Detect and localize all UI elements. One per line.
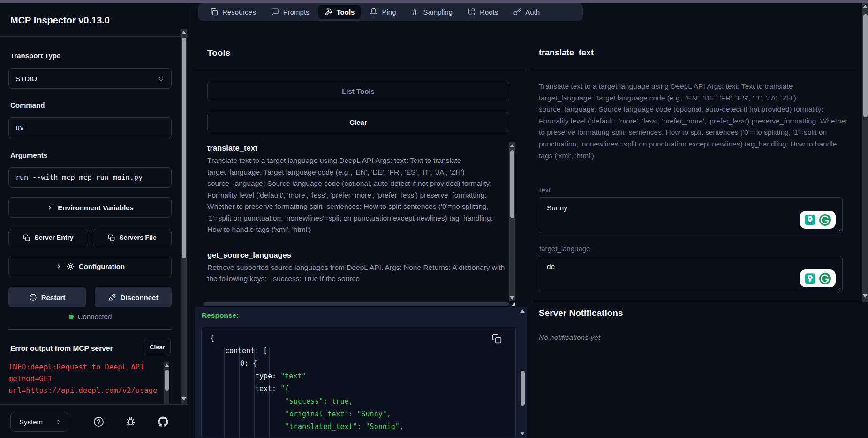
error-line: INFO:deepl:Request to DeepL API <box>8 361 164 373</box>
theme-select[interactable]: System <box>10 412 68 432</box>
tool-detail-title: translate_text <box>539 48 594 58</box>
restart-icon <box>29 293 37 301</box>
grammarly-widget[interactable] <box>800 269 836 287</box>
resize-corner[interactable] <box>511 302 515 306</box>
gear-icon <box>67 262 75 270</box>
tab-sampling[interactable]: Sampling <box>405 5 459 19</box>
hash-icon <box>411 8 419 16</box>
list-item: translate_text Translate text to a targe… <box>207 144 506 236</box>
main-scrollbar-down-arrow[interactable] <box>863 294 868 298</box>
tool-name-get-source-languages[interactable]: get_source_languages <box>207 251 506 260</box>
chevron-right-icon <box>46 204 53 211</box>
lightbulb-icon <box>804 214 816 226</box>
transport-type-label: Transport Type <box>10 52 60 60</box>
sidebar-scrollbar-thumb[interactable] <box>182 38 186 258</box>
sidebar-scrollbar-down-arrow[interactable] <box>181 397 186 400</box>
error-clear-button[interactable]: Clear <box>144 338 171 356</box>
list-item: get_source_languages Retrieve supported … <box>207 251 506 285</box>
notifications-empty-message: No notifications yet <box>539 333 600 342</box>
environment-variables-button[interactable]: Environment Variables <box>8 197 172 218</box>
tab-roots[interactable]: Roots <box>461 5 504 19</box>
tools-clear-button[interactable]: Clear <box>207 112 509 132</box>
chevron-right-icon <box>55 263 62 270</box>
divider <box>531 302 868 302</box>
tab-resources[interactable]: Resources <box>204 5 262 19</box>
divider <box>194 70 526 70</box>
tools-panel-title: Tools <box>207 48 230 58</box>
response-scrollbar-thumb[interactable] <box>521 371 525 406</box>
app-title: MCP Inspector v0.13.0 <box>10 15 110 26</box>
tool-list: translate_text Translate text to a targe… <box>207 144 506 301</box>
arguments-input[interactable]: run --with mcp mcp run main.py <box>8 167 172 188</box>
grammarly-widget[interactable] <box>800 211 836 229</box>
bug-icon[interactable] <box>125 416 136 427</box>
connection-status: Connected <box>0 313 181 321</box>
response-scrollbar-down-arrow[interactable] <box>520 432 525 435</box>
tool-detail-description: Translate text to a target language usin… <box>539 81 848 161</box>
text-field-input[interactable]: Sunny <box>539 197 843 233</box>
target-language-field-input[interactable]: de <box>539 256 843 292</box>
tree-icon <box>468 8 476 16</box>
restart-button[interactable]: Restart <box>8 287 86 307</box>
footer-divider <box>0 404 189 405</box>
help-icon[interactable] <box>93 416 104 427</box>
servers-file-button[interactable]: Servers File <box>93 229 172 246</box>
status-dot <box>69 315 74 319</box>
message-square-icon <box>271 8 279 16</box>
tab-ping[interactable]: Ping <box>363 5 402 19</box>
server-notifications-title: Server Notifications <box>539 308 623 318</box>
lightbulb-icon <box>804 272 816 285</box>
response-json-viewer[interactable]: { content: [ 0: { type: "text" text: "{ … <box>201 327 516 438</box>
mcp-inspector-window: MCP Inspector v0.13.0 Transport Type STD… <box>0 0 868 438</box>
sidebar-divider <box>0 36 189 37</box>
chevrons-up-down-icon <box>158 75 165 82</box>
tool-list-scrollbar-thumb[interactable] <box>510 150 514 218</box>
textarea-resize-handle[interactable] <box>836 285 841 291</box>
json-rows: { content: [ 0: { type: "text" text: "{ … <box>210 332 512 433</box>
tab-prompts[interactable]: Prompts <box>265 5 316 19</box>
copy-response-icon[interactable] <box>491 333 502 344</box>
hammer-icon <box>325 8 332 16</box>
unplug-icon <box>108 293 116 301</box>
files-icon <box>210 8 218 16</box>
tool-list-horizontal-scrollbar[interactable] <box>203 302 509 306</box>
tab-tools[interactable]: Tools <box>318 5 361 19</box>
error-log-scrollbar-thumb[interactable] <box>165 370 169 391</box>
list-tools-button[interactable]: List Tools <box>207 81 509 101</box>
divider <box>8 329 172 330</box>
bell-icon <box>370 8 377 16</box>
copy-icon <box>23 234 30 241</box>
grammarly-icon <box>818 271 832 286</box>
tool-name-translate-text[interactable]: translate_text <box>207 144 506 153</box>
main-scrollbar-thumb[interactable] <box>863 14 868 117</box>
server-entry-button[interactable]: Server Entry <box>8 229 88 246</box>
text-field-label: text <box>539 186 551 194</box>
command-input[interactable]: uv <box>8 117 172 138</box>
configuration-button[interactable]: Configuration <box>8 256 172 277</box>
command-label: Command <box>10 101 45 109</box>
response-label: Response: <box>202 311 239 320</box>
key-icon <box>513 8 521 16</box>
transport-type-select[interactable]: STDIO <box>8 68 172 89</box>
sidebar: MCP Inspector v0.13.0 Transport Type STD… <box>0 3 189 438</box>
tool-description: Translate text to a target language usin… <box>207 155 506 236</box>
target-language-field-label: target_language <box>539 245 590 253</box>
copy-icon <box>108 234 115 241</box>
chevrons-up-down-icon <box>55 419 61 425</box>
github-icon[interactable] <box>158 416 168 427</box>
tab-auth[interactable]: Auth <box>507 5 546 19</box>
error-line: method=GET <box>8 373 164 385</box>
arguments-label: Arguments <box>10 151 47 159</box>
tool-description: Retrieve supported source languages from… <box>207 262 506 285</box>
divider <box>531 70 855 70</box>
disconnect-button[interactable]: Disconnect <box>95 287 172 307</box>
tab-bar: Resources Prompts Tools Ping Sampling <box>198 3 583 21</box>
error-line: url=https://api.deepl.com/v2/usage <box>8 385 164 397</box>
error-output-title: Error output from MCP server <box>10 344 113 353</box>
tool-list-scrollbar-down-arrow[interactable] <box>510 296 514 300</box>
error-output-log[interactable]: INFO:deepl:Request to DeepL API method=G… <box>8 361 164 404</box>
textarea-resize-handle[interactable] <box>836 227 841 232</box>
grammarly-icon <box>818 213 832 227</box>
